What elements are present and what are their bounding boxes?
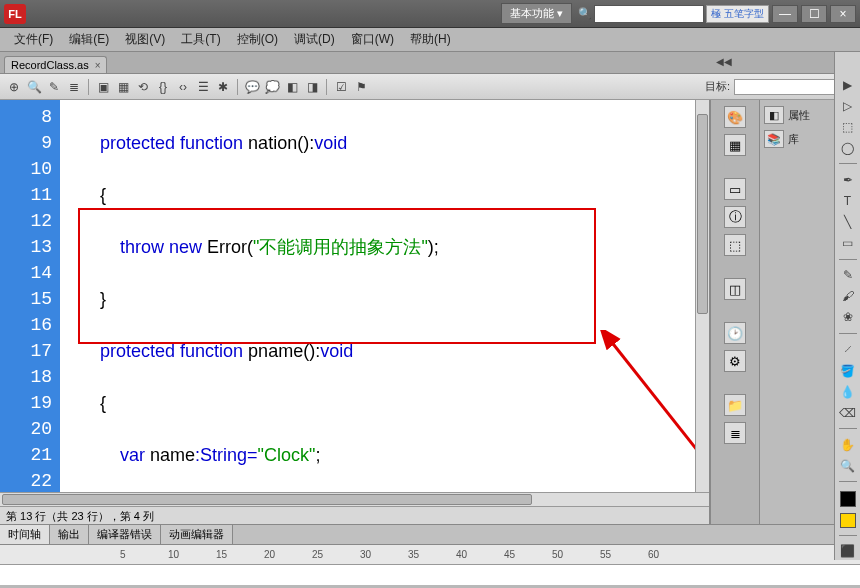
collapse-right-icon[interactable]: ◨	[304, 79, 320, 95]
eyedropper-icon[interactable]: 💧	[839, 383, 857, 400]
scene-icon[interactable]: ⚙	[724, 350, 746, 372]
project-icon[interactable]: 📁	[724, 394, 746, 416]
flag-icon[interactable]: ⚑	[353, 79, 369, 95]
search-input[interactable]	[594, 5, 704, 23]
panel-collapse-icon[interactable]: ◀◀	[716, 56, 732, 67]
star-icon[interactable]: ✱	[215, 79, 231, 95]
hand-tool-icon[interactable]: ✋	[839, 436, 857, 453]
list-icon[interactable]: ≣	[66, 79, 82, 95]
menu-edit[interactable]: 编辑(E)	[61, 31, 117, 48]
menu-tools[interactable]: 工具(T)	[173, 31, 228, 48]
block-icon[interactable]: ▣	[95, 79, 111, 95]
history-icon[interactable]: 🕑	[724, 322, 746, 344]
info-icon[interactable]: ⓘ	[724, 206, 746, 228]
separator	[326, 79, 327, 95]
code-editor[interactable]: 8910 111213 141516 171819 202122 protect…	[0, 100, 709, 492]
add-icon[interactable]: ⊕	[6, 79, 22, 95]
swatches-icon[interactable]: 🎨	[724, 106, 746, 128]
maximize-button[interactable]: ☐	[801, 5, 827, 23]
text-tool-icon[interactable]: T	[839, 192, 857, 209]
tab-label: RecordClass.as	[11, 59, 89, 71]
tab-timeline[interactable]: 时间轴	[0, 525, 50, 544]
pen-tool-icon[interactable]: ✒	[839, 171, 857, 188]
minimize-button[interactable]: —	[772, 5, 798, 23]
code-content[interactable]: protected function nation():void { throw…	[60, 100, 709, 492]
menu-bar: 文件(F) 编辑(E) 视图(V) 工具(T) 控制(O) 调试(D) 窗口(W…	[0, 28, 860, 52]
pencil-tool-icon[interactable]: ✎	[839, 267, 857, 284]
status-line: 第 13 行（共 23 行），第 4 列	[0, 506, 709, 524]
highlight-box	[78, 208, 596, 344]
tab-compiler-errors[interactable]: 编译器错误	[89, 525, 161, 544]
string-icon[interactable]: ≣	[724, 422, 746, 444]
properties-icon: ◧	[764, 106, 784, 124]
wrap-icon[interactable]: ☰	[195, 79, 211, 95]
deco-tool-icon[interactable]: ❀	[839, 309, 857, 326]
menu-view[interactable]: 视图(V)	[117, 31, 173, 48]
tools-panel: ▶ ▷ ⬚ ◯ ✒ T ╲ ▭ ✎ 🖌 ❀ ⟋ 🪣 💧 ⌫ ✋ 🔍 ⬛	[834, 52, 860, 560]
stroke-color-swatch[interactable]	[840, 491, 856, 506]
subselection-tool-icon[interactable]: ▷	[839, 97, 857, 114]
editor-toolbar: ⊕ 🔍 ✎ ≣ ▣ ▦ ⟲ {} ‹› ☰ ✱ 💬 💭 ◧ ◨ ☑ ⚑ 目标:	[0, 74, 860, 100]
find-icon[interactable]: 🔍	[26, 79, 42, 95]
lasso-tool-icon[interactable]: ◯	[839, 139, 857, 156]
color-icon[interactable]: ▦	[724, 134, 746, 156]
separator	[88, 79, 89, 95]
search-icon: 🔍	[578, 7, 592, 20]
menu-window[interactable]: 窗口(W)	[343, 31, 402, 48]
eraser-tool-icon[interactable]: ⌫	[839, 404, 857, 421]
workspace-button[interactable]: 基本功能 ▾	[501, 3, 572, 24]
free-transform-icon[interactable]: ⬚	[839, 118, 857, 135]
snap-icon[interactable]: ⬛	[839, 543, 857, 560]
target-label: 目标:	[705, 79, 730, 94]
separator	[237, 79, 238, 95]
check-icon[interactable]: ☑	[333, 79, 349, 95]
braces-icon[interactable]: {}	[155, 79, 171, 95]
timeline-ruler[interactable]: 51015 202530 354045 505560	[0, 545, 860, 565]
components-icon[interactable]: ◫	[724, 278, 746, 300]
horizontal-scrollbar[interactable]	[0, 492, 709, 506]
comment-icon[interactable]: 💬	[244, 79, 260, 95]
collapse-left-icon[interactable]: ◧	[284, 79, 300, 95]
tab-close-icon[interactable]: ×	[95, 60, 101, 71]
bottom-dock: 时间轴 输出 编译器错误 动画编辑器 51015 202530 354045 5…	[0, 524, 860, 584]
align-icon[interactable]: ▭	[724, 178, 746, 200]
library-icon: 📚	[764, 130, 784, 148]
ime-indicator: 極 五笔字型	[706, 5, 769, 23]
selection-tool-icon[interactable]: ▶	[839, 76, 857, 93]
bone-tool-icon[interactable]: ⟋	[839, 341, 857, 358]
edit-icon[interactable]: ✎	[46, 79, 62, 95]
title-bar: FL 基本功能 ▾ 🔍 極 五笔字型 — ☐ ×	[0, 0, 860, 28]
brush-tool-icon[interactable]: 🖌	[839, 288, 857, 305]
document-tab[interactable]: RecordClass.as ×	[4, 56, 107, 73]
zoom-tool-icon[interactable]: 🔍	[839, 457, 857, 474]
grid-icon[interactable]: ▦	[115, 79, 131, 95]
transform-icon[interactable]: ⬚	[724, 234, 746, 256]
vertical-scrollbar[interactable]	[695, 100, 709, 492]
menu-control[interactable]: 控制(O)	[229, 31, 286, 48]
menu-help[interactable]: 帮助(H)	[402, 31, 459, 48]
app-logo: FL	[4, 4, 26, 24]
line-tool-icon[interactable]: ╲	[839, 214, 857, 231]
rectangle-tool-icon[interactable]: ▭	[839, 235, 857, 252]
tab-output[interactable]: 输出	[50, 525, 89, 544]
angle-icon[interactable]: ‹›	[175, 79, 191, 95]
close-button[interactable]: ×	[830, 5, 856, 23]
thought-icon[interactable]: 💭	[264, 79, 280, 95]
menu-file[interactable]: 文件(F)	[6, 31, 61, 48]
tab-motion-editor[interactable]: 动画编辑器	[161, 525, 233, 544]
timeline-body[interactable]	[0, 565, 860, 585]
line-gutter: 8910 111213 141516 171819 202122	[0, 100, 60, 492]
fill-color-swatch[interactable]	[840, 513, 856, 528]
undo-icon[interactable]: ⟲	[135, 79, 151, 95]
paint-bucket-icon[interactable]: 🪣	[839, 362, 857, 379]
menu-debug[interactable]: 调试(D)	[286, 31, 343, 48]
